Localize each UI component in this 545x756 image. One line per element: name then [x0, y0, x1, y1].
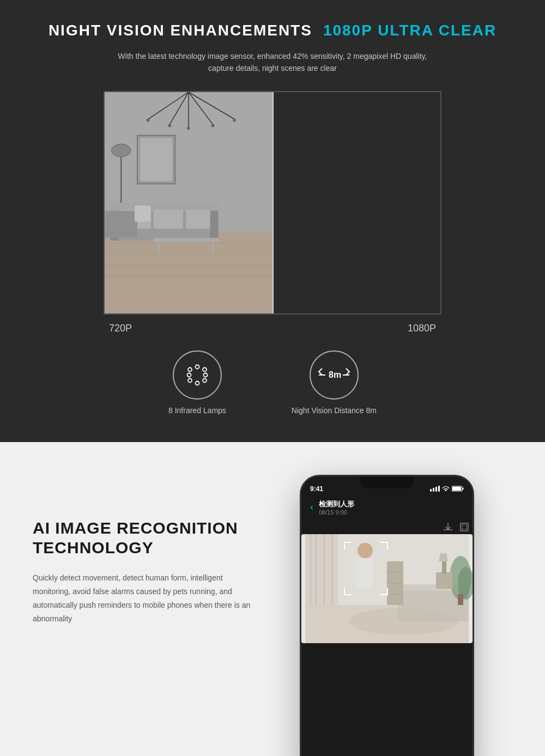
svg-rect-28 [154, 238, 219, 242]
night-vision-distance-label: Night Vision Distance 8m [292, 406, 377, 415]
signal-bars-icon [430, 486, 440, 492]
svg-rect-23 [210, 211, 219, 240]
phone-notch [360, 476, 414, 488]
section-subtitle: With the latest technology image sensor,… [11, 50, 534, 75]
svg-point-75 [187, 373, 191, 377]
label-1080p: 1080P [408, 323, 436, 334]
ai-text-column: AI IMAGE RECOGNITIONTECHNOLOGY Quickly d… [33, 475, 262, 626]
svg-point-73 [195, 381, 199, 385]
phone-header-text: 检测到人形 08/15 9:00 [319, 499, 464, 516]
svg-point-71 [203, 373, 207, 377]
svg-point-69 [195, 365, 199, 368]
phone-status-icons [430, 486, 464, 492]
back-arrow-icon[interactable]: ‹ [310, 501, 313, 513]
svg-point-17 [111, 144, 131, 157]
svg-rect-44 [245, 313, 272, 315]
svg-point-13 [187, 126, 190, 130]
download-icon[interactable] [443, 522, 453, 532]
svg-rect-26 [186, 210, 210, 229]
phone-column: 9:41 [262, 475, 512, 756]
svg-rect-31 [135, 205, 151, 222]
svg-point-11 [147, 118, 150, 122]
svg-rect-98 [442, 561, 446, 573]
svg-point-108 [349, 608, 458, 635]
ai-description: Quickly detect movement, detect human fo… [33, 571, 262, 626]
svg-point-74 [188, 378, 192, 382]
svg-text:8m: 8m [329, 370, 341, 379]
phone-app-header: ‹ 检测到人形 08/15 9:00 [301, 495, 473, 520]
night-vision-distance-icon: 8m [310, 350, 359, 400]
night-vision-distance-feature: 8m Night Vision Distance 8m [292, 350, 377, 415]
svg-rect-107 [354, 558, 373, 588]
ai-section: AI IMAGE RECOGNITIONTECHNOLOGY Quickly d… [0, 442, 545, 756]
svg-rect-83 [461, 523, 468, 531]
infrared-lamps-label: 8 Infrared Lamps [168, 406, 226, 415]
battery-icon [452, 486, 464, 492]
svg-point-104 [358, 543, 373, 558]
phone-time: 9:41 [310, 485, 323, 493]
night-vision-section: NIGHT VISION ENHANCEMENTS 1080P ULTRA CL… [0, 0, 545, 442]
infrared-lamps-icon [173, 350, 222, 400]
svg-rect-32 [105, 313, 272, 315]
svg-rect-25 [154, 210, 183, 229]
features-row: 8 Infrared Lamps 8m Night Vision Distanc… [11, 350, 534, 415]
wifi-icon [442, 486, 450, 492]
svg-point-70 [203, 367, 207, 371]
section-title-main: NIGHT VISION ENHANCEMENTS [49, 22, 312, 39]
svg-rect-96 [458, 594, 463, 605]
svg-rect-82 [463, 488, 464, 490]
phone-mockup: 9:41 [300, 475, 474, 756]
svg-line-40 [121, 313, 159, 315]
svg-rect-19 [140, 138, 172, 181]
svg-rect-1 [105, 232, 272, 313]
expand-icon[interactable] [459, 522, 469, 532]
svg-point-14 [211, 124, 215, 127]
phone-alert-date: 08/15 9:00 [319, 509, 464, 516]
svg-rect-21 [110, 203, 218, 211]
svg-line-38 [105, 313, 122, 315]
infrared-lamps-feature: 8 Infrared Lamps [168, 350, 226, 415]
comparison-labels: 720P 1080P [104, 323, 441, 334]
svg-point-15 [233, 118, 236, 122]
svg-rect-81 [452, 487, 461, 491]
comparison-divider [272, 92, 274, 313]
comparison-left-720 [105, 92, 272, 313]
svg-point-76 [188, 367, 192, 371]
phone-action-bar [301, 520, 473, 534]
svg-rect-97 [436, 572, 452, 589]
svg-point-72 [203, 378, 207, 382]
ai-title: AI IMAGE RECOGNITIONTECHNOLOGY [33, 518, 262, 558]
phone-video-frame [301, 534, 473, 643]
section-title-row: NIGHT VISION ENHANCEMENTS 1080P ULTRA CL… [11, 22, 534, 39]
phone-screen: 9:41 [301, 476, 473, 756]
label-720p: 720P [109, 323, 132, 334]
phone-alert-title: 检测到人形 [319, 499, 464, 509]
svg-point-12 [168, 124, 171, 127]
comparison-image [104, 91, 441, 315]
comparison-right-1080 [105, 313, 272, 315]
svg-rect-27 [105, 211, 137, 238]
svg-line-39 [121, 313, 137, 315]
section-title-accent: 1080P ULTRA CLEAR [323, 22, 496, 39]
